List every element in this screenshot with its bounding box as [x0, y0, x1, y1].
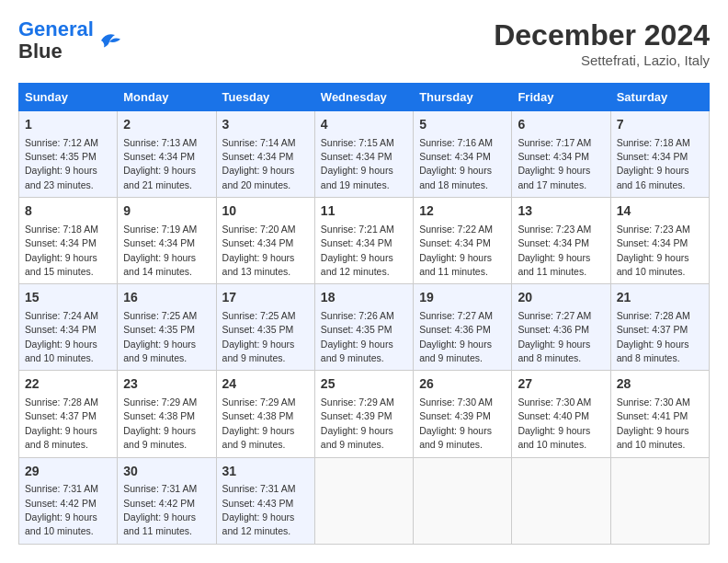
- table-row: 31 Sunrise: 7:31 AMSunset: 4:43 PMDaylig…: [216, 457, 314, 544]
- day-number: 15: [25, 289, 111, 307]
- calendar-header-row: Sunday Monday Tuesday Wednesday Thursday…: [19, 84, 710, 111]
- col-thursday: Thursday: [414, 84, 512, 111]
- day-number: 25: [321, 375, 407, 394]
- table-row: [512, 457, 610, 544]
- day-detail: Sunrise: 7:17 AMSunset: 4:34 PMDaylight:…: [518, 137, 591, 190]
- day-number: 19: [419, 289, 506, 307]
- day-detail: Sunrise: 7:12 AMSunset: 4:35 PMDaylight:…: [25, 137, 98, 190]
- day-detail: Sunrise: 7:19 AMSunset: 4:34 PMDaylight:…: [123, 224, 197, 277]
- day-number: 28: [617, 375, 703, 394]
- table-row: 9 Sunrise: 7:19 AMSunset: 4:34 PMDayligh…: [118, 198, 216, 284]
- day-detail: Sunrise: 7:23 AMSunset: 4:34 PMDaylight:…: [518, 224, 591, 277]
- table-row: 21 Sunrise: 7:28 AMSunset: 4:37 PMDaylig…: [610, 284, 709, 371]
- col-tuesday: Tuesday: [216, 84, 314, 111]
- table-row: 18 Sunrise: 7:26 AMSunset: 4:35 PMDaylig…: [314, 284, 413, 371]
- title-block: December 2024 Settefrati, Lazio, Italy: [494, 18, 710, 68]
- table-row: 13 Sunrise: 7:23 AMSunset: 4:34 PMDaylig…: [512, 198, 610, 284]
- table-row: 4 Sunrise: 7:15 AMSunset: 4:34 PMDayligh…: [314, 111, 413, 198]
- day-number: 2: [123, 116, 210, 134]
- table-row: 23 Sunrise: 7:29 AMSunset: 4:38 PMDaylig…: [118, 371, 216, 457]
- day-number: 5: [419, 116, 506, 134]
- table-row: 22 Sunrise: 7:28 AMSunset: 4:37 PMDaylig…: [19, 371, 118, 457]
- day-detail: Sunrise: 7:31 AMSunset: 4:43 PMDaylight:…: [222, 483, 296, 536]
- day-detail: Sunrise: 7:15 AMSunset: 4:34 PMDaylight:…: [321, 137, 394, 190]
- day-detail: Sunrise: 7:23 AMSunset: 4:34 PMDaylight:…: [617, 224, 690, 277]
- day-detail: Sunrise: 7:29 AMSunset: 4:39 PMDaylight:…: [321, 396, 394, 450]
- day-detail: Sunrise: 7:22 AMSunset: 4:34 PMDaylight:…: [419, 224, 493, 277]
- table-row: 29 Sunrise: 7:31 AMSunset: 4:42 PMDaylig…: [19, 457, 118, 544]
- table-row: 6 Sunrise: 7:17 AMSunset: 4:34 PMDayligh…: [512, 111, 610, 198]
- day-number: 29: [25, 463, 111, 481]
- table-row: 17 Sunrise: 7:25 AMSunset: 4:35 PMDaylig…: [216, 284, 314, 371]
- table-row: 19 Sunrise: 7:27 AMSunset: 4:36 PMDaylig…: [414, 284, 512, 371]
- day-number: 27: [518, 375, 604, 394]
- table-row: 20 Sunrise: 7:27 AMSunset: 4:36 PMDaylig…: [512, 284, 610, 371]
- day-detail: Sunrise: 7:30 AMSunset: 4:39 PMDaylight:…: [419, 396, 493, 450]
- day-number: 20: [518, 289, 604, 307]
- day-detail: Sunrise: 7:13 AMSunset: 4:34 PMDaylight:…: [123, 137, 197, 190]
- table-row: 26 Sunrise: 7:30 AMSunset: 4:39 PMDaylig…: [414, 371, 512, 457]
- table-row: 11 Sunrise: 7:21 AMSunset: 4:34 PMDaylig…: [314, 198, 413, 284]
- table-row: 3 Sunrise: 7:14 AMSunset: 4:34 PMDayligh…: [216, 111, 314, 198]
- table-row: 5 Sunrise: 7:16 AMSunset: 4:34 PMDayligh…: [414, 111, 512, 198]
- day-detail: Sunrise: 7:30 AMSunset: 4:40 PMDaylight:…: [518, 396, 591, 450]
- table-row: 16 Sunrise: 7:25 AMSunset: 4:35 PMDaylig…: [118, 284, 216, 371]
- day-number: 4: [321, 116, 407, 134]
- day-number: 13: [518, 202, 604, 221]
- day-detail: Sunrise: 7:26 AMSunset: 4:35 PMDaylight:…: [321, 310, 394, 363]
- day-detail: Sunrise: 7:18 AMSunset: 4:34 PMDaylight:…: [25, 224, 98, 277]
- day-detail: Sunrise: 7:29 AMSunset: 4:38 PMDaylight:…: [222, 396, 296, 450]
- day-number: 17: [222, 289, 309, 307]
- day-number: 24: [222, 375, 309, 394]
- table-row: 10 Sunrise: 7:20 AMSunset: 4:34 PMDaylig…: [216, 198, 314, 284]
- calendar-table: Sunday Monday Tuesday Wednesday Thursday…: [18, 83, 710, 545]
- table-row: 7 Sunrise: 7:18 AMSunset: 4:34 PMDayligh…: [610, 111, 709, 198]
- day-number: 14: [617, 202, 703, 221]
- col-saturday: Saturday: [610, 84, 709, 111]
- logo-text: GeneralBlue: [18, 18, 94, 63]
- day-number: 22: [25, 375, 111, 394]
- calendar-week-row: 15 Sunrise: 7:24 AMSunset: 4:34 PMDaylig…: [19, 284, 710, 371]
- calendar-week-row: 29 Sunrise: 7:31 AMSunset: 4:42 PMDaylig…: [19, 457, 710, 544]
- day-number: 31: [222, 463, 309, 481]
- page-container: GeneralBlue December 2024 Settefrati, La…: [18, 18, 710, 545]
- header: GeneralBlue December 2024 Settefrati, La…: [18, 18, 710, 68]
- day-number: 12: [419, 202, 506, 221]
- day-detail: Sunrise: 7:21 AMSunset: 4:34 PMDaylight:…: [321, 224, 394, 277]
- day-detail: Sunrise: 7:31 AMSunset: 4:42 PMDaylight:…: [25, 483, 98, 536]
- day-detail: Sunrise: 7:27 AMSunset: 4:36 PMDaylight:…: [419, 310, 493, 363]
- col-friday: Friday: [512, 84, 610, 111]
- day-number: 10: [222, 202, 309, 221]
- day-detail: Sunrise: 7:20 AMSunset: 4:34 PMDaylight:…: [222, 224, 296, 277]
- table-row: 25 Sunrise: 7:29 AMSunset: 4:39 PMDaylig…: [314, 371, 413, 457]
- day-number: 1: [25, 116, 111, 134]
- table-row: 15 Sunrise: 7:24 AMSunset: 4:34 PMDaylig…: [19, 284, 118, 371]
- day-detail: Sunrise: 7:29 AMSunset: 4:38 PMDaylight:…: [123, 396, 197, 450]
- table-row: [610, 457, 709, 544]
- day-number: 21: [617, 289, 703, 307]
- day-number: 18: [321, 289, 407, 307]
- table-row: 1 Sunrise: 7:12 AMSunset: 4:35 PMDayligh…: [19, 111, 118, 198]
- table-row: 12 Sunrise: 7:22 AMSunset: 4:34 PMDaylig…: [414, 198, 512, 284]
- day-number: 23: [123, 375, 210, 394]
- day-detail: Sunrise: 7:16 AMSunset: 4:34 PMDaylight:…: [419, 137, 493, 190]
- table-row: [314, 457, 413, 544]
- calendar-week-row: 1 Sunrise: 7:12 AMSunset: 4:35 PMDayligh…: [19, 111, 710, 198]
- table-row: 30 Sunrise: 7:31 AMSunset: 4:42 PMDaylig…: [118, 457, 216, 544]
- table-row: 27 Sunrise: 7:30 AMSunset: 4:40 PMDaylig…: [512, 371, 610, 457]
- day-detail: Sunrise: 7:18 AMSunset: 4:34 PMDaylight:…: [617, 137, 690, 190]
- location-title: Settefrati, Lazio, Italy: [494, 52, 710, 68]
- day-detail: Sunrise: 7:30 AMSunset: 4:41 PMDaylight:…: [617, 396, 690, 450]
- month-title: December 2024: [494, 18, 710, 52]
- table-row: 2 Sunrise: 7:13 AMSunset: 4:34 PMDayligh…: [118, 111, 216, 198]
- calendar-week-row: 8 Sunrise: 7:18 AMSunset: 4:34 PMDayligh…: [19, 198, 710, 284]
- day-detail: Sunrise: 7:28 AMSunset: 4:37 PMDaylight:…: [25, 396, 98, 450]
- day-number: 16: [123, 289, 210, 307]
- day-number: 26: [419, 375, 506, 394]
- calendar-week-row: 22 Sunrise: 7:28 AMSunset: 4:37 PMDaylig…: [19, 371, 710, 457]
- day-number: 6: [518, 116, 604, 134]
- day-number: 7: [617, 116, 703, 134]
- logo: GeneralBlue: [18, 18, 123, 63]
- day-detail: Sunrise: 7:27 AMSunset: 4:36 PMDaylight:…: [518, 310, 591, 363]
- table-row: 24 Sunrise: 7:29 AMSunset: 4:38 PMDaylig…: [216, 371, 314, 457]
